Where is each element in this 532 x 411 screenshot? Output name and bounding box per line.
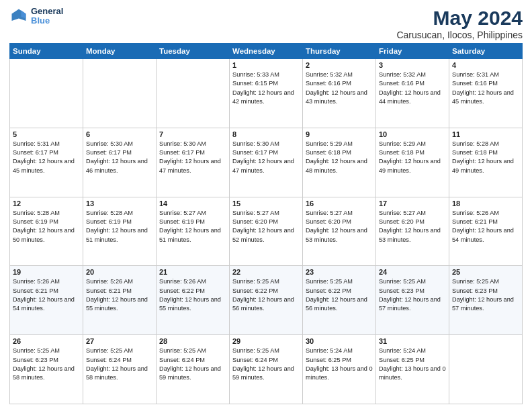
day-number: 28 xyxy=(159,337,226,345)
calendar-cell: 29Sunrise: 5:25 AM Sunset: 6:24 PM Dayli… xyxy=(230,335,303,404)
weekday-header-sunday: Sunday xyxy=(10,44,83,59)
cell-daylight-text: Sunrise: 5:28 AM Sunset: 6:18 PM Dayligh… xyxy=(452,140,519,175)
day-number: 13 xyxy=(86,199,153,208)
day-number: 4 xyxy=(452,61,519,69)
day-number: 15 xyxy=(232,199,300,208)
calendar-cell: 11Sunrise: 5:28 AM Sunset: 6:18 PM Dayli… xyxy=(449,128,523,197)
calendar-cell: 4Sunrise: 5:31 AM Sunset: 6:16 PM Daylig… xyxy=(449,59,523,128)
cell-daylight-text: Sunrise: 5:26 AM Sunset: 6:21 PM Dayligh… xyxy=(86,277,153,313)
day-number: 21 xyxy=(159,268,226,276)
day-number: 1 xyxy=(232,61,300,69)
cell-daylight-text: Sunrise: 5:27 AM Sunset: 6:20 PM Dayligh… xyxy=(306,209,373,244)
cell-daylight-text: Sunrise: 5:26 AM Sunset: 6:21 PM Dayligh… xyxy=(452,209,519,244)
cell-daylight-text: Sunrise: 5:29 AM Sunset: 6:18 PM Dayligh… xyxy=(306,140,373,175)
cell-daylight-text: Sunrise: 5:28 AM Sunset: 6:19 PM Dayligh… xyxy=(86,209,153,244)
cell-daylight-text: Sunrise: 5:31 AM Sunset: 6:16 PM Dayligh… xyxy=(452,71,519,106)
cell-daylight-text: Sunrise: 5:25 AM Sunset: 6:23 PM Dayligh… xyxy=(379,277,446,313)
cell-daylight-text: Sunrise: 5:26 AM Sunset: 6:21 PM Dayligh… xyxy=(13,277,80,313)
calendar-week-2: 5Sunrise: 5:31 AM Sunset: 6:17 PM Daylig… xyxy=(10,128,523,197)
calendar-cell: 18Sunrise: 5:26 AM Sunset: 6:21 PM Dayli… xyxy=(449,197,523,266)
cell-daylight-text: Sunrise: 5:27 AM Sunset: 6:20 PM Dayligh… xyxy=(379,209,446,244)
calendar-cell: 14Sunrise: 5:27 AM Sunset: 6:19 PM Dayli… xyxy=(157,197,230,266)
main-title: May 2024 xyxy=(396,7,523,30)
calendar-cell: 13Sunrise: 5:28 AM Sunset: 6:19 PM Dayli… xyxy=(83,197,157,266)
cell-daylight-text: Sunrise: 5:25 AM Sunset: 6:23 PM Dayligh… xyxy=(452,277,519,313)
calendar-cell: 8Sunrise: 5:30 AM Sunset: 6:17 PM Daylig… xyxy=(230,128,303,197)
day-number: 10 xyxy=(379,130,446,138)
day-number: 31 xyxy=(379,337,446,345)
calendar-cell: 7Sunrise: 5:30 AM Sunset: 6:17 PM Daylig… xyxy=(157,128,230,197)
cell-daylight-text: Sunrise: 5:32 AM Sunset: 6:16 PM Dayligh… xyxy=(306,71,373,106)
calendar-cell: 10Sunrise: 5:29 AM Sunset: 6:18 PM Dayli… xyxy=(376,128,449,197)
cell-daylight-text: Sunrise: 5:25 AM Sunset: 6:24 PM Dayligh… xyxy=(86,347,153,382)
cell-daylight-text: Sunrise: 5:30 AM Sunset: 6:17 PM Dayligh… xyxy=(232,140,300,175)
day-number: 29 xyxy=(232,337,300,345)
calendar-cell: 9Sunrise: 5:29 AM Sunset: 6:18 PM Daylig… xyxy=(303,128,376,197)
calendar-week-4: 19Sunrise: 5:26 AM Sunset: 6:21 PM Dayli… xyxy=(10,266,523,335)
cell-daylight-text: Sunrise: 5:30 AM Sunset: 6:17 PM Dayligh… xyxy=(86,140,153,175)
calendar-cell xyxy=(157,59,230,128)
calendar-cell xyxy=(83,59,157,128)
calendar-cell: 12Sunrise: 5:28 AM Sunset: 6:19 PM Dayli… xyxy=(10,197,83,266)
calendar-week-3: 12Sunrise: 5:28 AM Sunset: 6:19 PM Dayli… xyxy=(10,197,523,266)
logo-line1: General xyxy=(31,7,63,16)
day-number: 2 xyxy=(306,61,373,69)
day-number: 9 xyxy=(306,130,373,138)
day-number: 5 xyxy=(13,130,80,138)
day-number: 11 xyxy=(452,130,519,138)
cell-daylight-text: Sunrise: 5:29 AM Sunset: 6:18 PM Dayligh… xyxy=(379,140,446,175)
weekday-header-tuesday: Tuesday xyxy=(157,44,230,59)
calendar-cell: 31Sunrise: 5:24 AM Sunset: 6:25 PM Dayli… xyxy=(376,335,449,404)
calendar-cell: 15Sunrise: 5:27 AM Sunset: 6:20 PM Dayli… xyxy=(230,197,303,266)
calendar-cell: 1Sunrise: 5:33 AM Sunset: 6:15 PM Daylig… xyxy=(230,59,303,128)
calendar-cell: 22Sunrise: 5:25 AM Sunset: 6:22 PM Dayli… xyxy=(230,266,303,335)
title-block: May 2024 Carusucan, Ilocos, Philippines xyxy=(396,7,523,40)
day-number: 25 xyxy=(452,268,519,276)
header: General Blue May 2024 Carusucan, Ilocos,… xyxy=(9,7,523,40)
day-number: 22 xyxy=(232,268,300,276)
calendar-cell: 20Sunrise: 5:26 AM Sunset: 6:21 PM Dayli… xyxy=(83,266,157,335)
day-number: 7 xyxy=(159,130,226,138)
day-number: 24 xyxy=(379,268,446,276)
weekday-header-saturday: Saturday xyxy=(449,44,523,59)
cell-daylight-text: Sunrise: 5:25 AM Sunset: 6:24 PM Dayligh… xyxy=(232,347,300,382)
cell-daylight-text: Sunrise: 5:24 AM Sunset: 6:25 PM Dayligh… xyxy=(306,347,373,382)
calendar-cell: 24Sunrise: 5:25 AM Sunset: 6:23 PM Dayli… xyxy=(376,266,449,335)
day-number: 23 xyxy=(306,268,373,276)
calendar-cell: 28Sunrise: 5:25 AM Sunset: 6:24 PM Dayli… xyxy=(157,335,230,404)
day-number: 3 xyxy=(379,61,446,69)
day-number: 6 xyxy=(86,130,153,138)
calendar-week-1: 1Sunrise: 5:33 AM Sunset: 6:15 PM Daylig… xyxy=(10,59,523,128)
cell-daylight-text: Sunrise: 5:25 AM Sunset: 6:23 PM Dayligh… xyxy=(13,347,80,382)
calendar-cell: 23Sunrise: 5:25 AM Sunset: 6:22 PM Dayli… xyxy=(303,266,376,335)
cell-daylight-text: Sunrise: 5:25 AM Sunset: 6:24 PM Dayligh… xyxy=(159,347,226,382)
weekday-header-monday: Monday xyxy=(83,44,157,59)
calendar-cell: 26Sunrise: 5:25 AM Sunset: 6:23 PM Dayli… xyxy=(10,335,83,404)
cell-daylight-text: Sunrise: 5:24 AM Sunset: 6:25 PM Dayligh… xyxy=(379,347,446,382)
cell-daylight-text: Sunrise: 5:26 AM Sunset: 6:22 PM Dayligh… xyxy=(159,277,226,313)
weekday-header-thursday: Thursday xyxy=(303,44,376,59)
cell-daylight-text: Sunrise: 5:25 AM Sunset: 6:22 PM Dayligh… xyxy=(306,277,373,313)
page: General Blue May 2024 Carusucan, Ilocos,… xyxy=(0,0,532,411)
weekday-header-row: SundayMondayTuesdayWednesdayThursdayFrid… xyxy=(10,44,523,59)
logo: General Blue xyxy=(9,7,63,26)
cell-daylight-text: Sunrise: 5:25 AM Sunset: 6:22 PM Dayligh… xyxy=(232,277,300,313)
day-number: 8 xyxy=(232,130,300,138)
calendar-cell: 5Sunrise: 5:31 AM Sunset: 6:17 PM Daylig… xyxy=(10,128,83,197)
cell-daylight-text: Sunrise: 5:28 AM Sunset: 6:19 PM Dayligh… xyxy=(13,209,80,244)
day-number: 19 xyxy=(13,268,80,276)
calendar: SundayMondayTuesdayWednesdayThursdayFrid… xyxy=(9,43,523,404)
calendar-cell: 3Sunrise: 5:32 AM Sunset: 6:16 PM Daylig… xyxy=(376,59,449,128)
day-number: 30 xyxy=(306,337,373,345)
calendar-cell: 25Sunrise: 5:25 AM Sunset: 6:23 PM Dayli… xyxy=(449,266,523,335)
calendar-cell: 21Sunrise: 5:26 AM Sunset: 6:22 PM Dayli… xyxy=(157,266,230,335)
weekday-header-friday: Friday xyxy=(376,44,449,59)
day-number: 12 xyxy=(13,199,80,208)
calendar-cell: 27Sunrise: 5:25 AM Sunset: 6:24 PM Dayli… xyxy=(83,335,157,404)
calendar-cell: 30Sunrise: 5:24 AM Sunset: 6:25 PM Dayli… xyxy=(303,335,376,404)
logo-text: General Blue xyxy=(31,7,63,26)
day-number: 17 xyxy=(379,199,446,208)
calendar-cell: 16Sunrise: 5:27 AM Sunset: 6:20 PM Dayli… xyxy=(303,197,376,266)
day-number: 18 xyxy=(452,199,519,208)
day-number: 20 xyxy=(86,268,153,276)
